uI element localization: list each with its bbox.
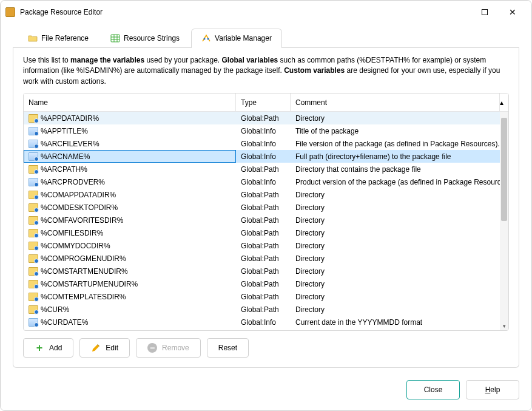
- help-button[interactable]: Help: [466, 380, 519, 399]
- edit-button[interactable]: Edit: [79, 338, 130, 358]
- variable-name: %COMAPPDATADIR%: [41, 191, 116, 199]
- variables-grid: Name Type Comment ▴ %APPDATADIR%Global:P…: [23, 93, 509, 331]
- cell-comment: Directory: [291, 239, 500, 252]
- cell-comment: Directory: [291, 277, 500, 290]
- variable-name: %COMTEMPLATESDIR%: [41, 293, 126, 301]
- table-row[interactable]: %COMPROGMENUDIR%Global:PathDirectory: [24, 252, 508, 265]
- grid-action-bar: + Add Edit − Remove Reset: [23, 338, 509, 358]
- table-row[interactable]: %COMSTARTUPMENUDIR%Global:PathDirectory: [24, 277, 508, 290]
- table-row[interactable]: %ARCNAME%Global:InfoFull path (directory…: [24, 150, 508, 163]
- folder-icon: [29, 280, 38, 288]
- plus-icon: +: [35, 343, 44, 353]
- cell-comment: Directory that contains the package file: [291, 163, 500, 175]
- table-row[interactable]: %COMFILESDIR%Global:PathDirectory: [24, 226, 508, 239]
- table-row[interactable]: %COMDESKTOPDIR%Global:PathDirectory: [24, 201, 508, 214]
- cell-type: Global:Path: [236, 112, 291, 124]
- info-icon: [29, 318, 38, 327]
- table-row[interactable]: %CUR%Global:PathDirectory: [24, 303, 508, 316]
- tab-label: Variable Manager: [215, 34, 272, 42]
- variable-name: %COMFAVORITESDIR%: [41, 216, 123, 225]
- table-row[interactable]: %COMTEMPLATESDIR%Global:PathDirectory: [24, 290, 508, 303]
- dialog-window: Package Resource Editor ✕ File Reference…: [0, 0, 532, 411]
- info-icon: [29, 178, 38, 186]
- cell-type: Global:Info: [236, 316, 291, 328]
- cell-comment: Directory: [291, 303, 500, 316]
- window-title: Package Resource Editor: [20, 8, 103, 16]
- table-row[interactable]: %APPTITLE%Global:InfoTitle of the packag…: [24, 124, 508, 137]
- table-row[interactable]: %ARCPRODVER%Global:InfoProduct version o…: [24, 175, 508, 188]
- grid-icon: [110, 34, 120, 42]
- variable-name: %APPDATADIR%: [41, 114, 99, 123]
- table-row[interactable]: %COMMYDOCDIR%Global:PathDirectory: [24, 239, 508, 252]
- tab-variable-manager[interactable]: Variable Manager: [191, 29, 282, 47]
- table-row[interactable]: %COMSTARTMENUDIR%Global:PathDirectory: [24, 265, 508, 277]
- folder-icon: [29, 203, 38, 212]
- folder-icon: [29, 191, 38, 199]
- button-label: Reset: [218, 344, 237, 352]
- cell-name: %COMAPPDATADIR%: [24, 188, 236, 201]
- table-row[interactable]: %COMAPPDATADIR%Global:PathDirectory: [24, 188, 508, 201]
- cell-comment: Product version of the package (as defin…: [291, 175, 500, 188]
- cell-type: Global:Info: [236, 328, 291, 330]
- folder-icon: [29, 242, 38, 250]
- variable-name: %ARCPRODVER%: [41, 178, 105, 186]
- variable-name: %APPTITLE%: [41, 127, 88, 135]
- info-icon: [29, 127, 38, 135]
- column-header-type[interactable]: Type: [236, 93, 291, 111]
- add-button[interactable]: + Add: [23, 338, 73, 358]
- button-label: Remove: [162, 344, 189, 352]
- button-label: Add: [49, 344, 62, 352]
- cell-name: %ARCPATH%: [24, 163, 236, 175]
- table-row[interactable]: %ARCFILEVER%Global:InfoFile version of t…: [24, 137, 508, 150]
- scroll-arrow-up[interactable]: ▴: [500, 93, 508, 111]
- folder-icon: [29, 165, 38, 174]
- cell-type: Global:Path: [236, 201, 291, 214]
- tab-label: Resource Strings: [124, 34, 180, 42]
- maximize-icon: [482, 9, 488, 15]
- variable-name: %COMSTARTUPMENUDIR%: [41, 280, 138, 288]
- cell-type: Global:Path: [236, 252, 291, 265]
- cell-comment: Directory: [291, 201, 500, 214]
- cell-name: %ARCPRODVER%: [24, 175, 236, 188]
- folder-icon: [29, 293, 38, 301]
- cell-comment: Directory: [291, 188, 500, 201]
- info-icon: [29, 152, 38, 161]
- dialog-footer: Close Help: [1, 378, 531, 410]
- cell-comment: Full path (directory+filename) to the pa…: [291, 150, 500, 163]
- cell-name: %COMFILESDIR%: [24, 226, 236, 239]
- button-label: Help: [485, 386, 500, 394]
- tab-bar: File Reference Resource Strings Variable…: [13, 29, 519, 48]
- variable-name: %CUR%: [41, 305, 69, 314]
- maximize-button[interactable]: [471, 3, 499, 21]
- table-row[interactable]: %CURDATETIME%Global:InfoContains the cur…: [24, 328, 508, 330]
- reset-button[interactable]: Reset: [207, 338, 249, 358]
- table-row[interactable]: %COMFAVORITESDIR%Global:PathDirectory: [24, 214, 508, 226]
- cell-name: %COMSTARTUPMENUDIR%: [24, 277, 236, 290]
- cell-type: Global:Path: [236, 188, 291, 201]
- button-label: Close: [424, 386, 443, 394]
- tab-file-reference[interactable]: File Reference: [18, 29, 99, 47]
- scrollbar-thumb[interactable]: [501, 118, 507, 221]
- table-row[interactable]: %CURDATE%Global:InfoCurrent date in the …: [24, 316, 508, 328]
- cell-type: Global:Info: [236, 175, 291, 188]
- tab-resource-strings[interactable]: Resource Strings: [100, 29, 190, 47]
- remove-button: − Remove: [136, 338, 201, 358]
- cell-type: Global:Info: [236, 150, 291, 163]
- cell-type: Global:Path: [236, 214, 291, 226]
- close-button[interactable]: Close: [406, 380, 460, 399]
- table-row[interactable]: %ARCPATH%Global:PathDirectory that conta…: [24, 163, 508, 175]
- folder-icon: [28, 34, 38, 42]
- column-header-comment[interactable]: Comment: [291, 93, 500, 111]
- table-row[interactable]: %APPDATADIR%Global:PathDirectory: [24, 112, 508, 124]
- scrollbar[interactable]: ▾: [500, 112, 508, 330]
- grid-body[interactable]: %APPDATADIR%Global:PathDirectory%APPTITL…: [24, 112, 508, 330]
- window-close-button[interactable]: ✕: [499, 3, 527, 21]
- variable-name: %COMFILESDIR%: [41, 229, 103, 237]
- title-bar[interactable]: Package Resource Editor ✕: [1, 1, 531, 24]
- grid-header: Name Type Comment ▴: [24, 93, 508, 112]
- column-header-name[interactable]: Name: [24, 93, 236, 111]
- cell-comment: Directory: [291, 252, 500, 265]
- tab-panel-variable-manager: Use this list to manage the variables us…: [13, 48, 519, 368]
- cell-type: Global:Path: [236, 265, 291, 277]
- scroll-arrow-down[interactable]: ▾: [500, 322, 508, 330]
